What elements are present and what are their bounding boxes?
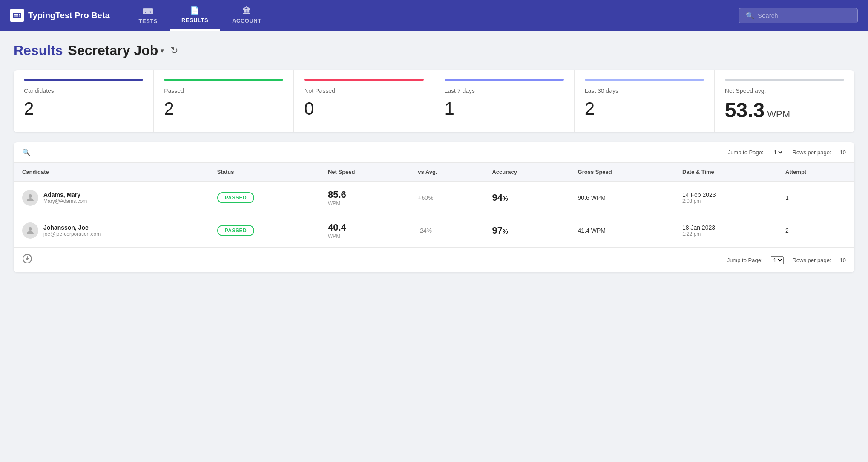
- vs-avg-cell-1: +60%: [409, 182, 483, 214]
- table-search-box: 🔍: [22, 148, 721, 156]
- search-input[interactable]: [758, 12, 851, 19]
- svg-rect-1: [14, 14, 15, 15]
- page-title-results: Results: [14, 43, 63, 58]
- stats-container: Candidates 2 Passed 2 Not Passed 0 Last …: [14, 70, 854, 132]
- stat-bar-not-passed: [304, 79, 423, 81]
- col-attempt: Attempt: [777, 163, 854, 182]
- candidate-cell-2: Johansson, Joe joe@joe-corporation.com: [14, 214, 209, 247]
- gross-speed-cell-1: 90.6 WPM: [569, 182, 674, 214]
- stat-bar-candidates: [24, 79, 143, 81]
- attempt-cell-2: 2: [777, 214, 854, 247]
- table-footer: Jump to Page: 1 Rows per page: 10: [14, 247, 854, 272]
- chevron-down-icon[interactable]: ▾: [161, 47, 164, 54]
- nav-item-account[interactable]: 🏛 ACCOUNT: [220, 0, 273, 31]
- nav-item-results[interactable]: 📄 RESULTS: [170, 0, 220, 31]
- candidate-cell-1: Adams, Mary Mary@Adams.com: [14, 182, 209, 214]
- stat-card-not-passed: Not Passed 0: [294, 70, 434, 132]
- col-vs-avg: vs Avg.: [409, 163, 483, 182]
- brand-logo: [10, 9, 24, 22]
- download-button[interactable]: [22, 254, 32, 266]
- stat-card-last30: Last 30 days 2: [575, 70, 715, 132]
- gross-speed-cell-2: 41.4 WPM: [569, 214, 674, 247]
- status-cell-2: PASSED: [209, 214, 319, 247]
- page-select-bottom[interactable]: 1: [771, 256, 784, 264]
- account-icon: 🏛: [243, 7, 251, 16]
- nav-items: ⌨ TESTS 📄 RESULTS 🏛 ACCOUNT: [127, 0, 739, 31]
- navbar: TypingTest Pro Beta ⌨ TESTS 📄 RESULTS 🏛 …: [0, 0, 868, 31]
- search-box[interactable]: 🔍: [739, 8, 858, 23]
- svg-point-8: [29, 194, 32, 198]
- net-speed-cell-1: 85.6 WPM: [319, 182, 409, 214]
- status-cell-1: PASSED: [209, 182, 319, 214]
- results-table: Candidate Status Net Speed vs Avg. Accur…: [14, 163, 854, 247]
- status-badge-1: PASSED: [217, 192, 254, 203]
- refresh-button[interactable]: ↻: [169, 43, 180, 58]
- accuracy-cell-1: 94%: [483, 182, 569, 214]
- stat-bar-last7: [445, 79, 564, 81]
- brand-text: TypingTest Pro Beta: [28, 11, 110, 20]
- page-title-job: Secretary Job ▾: [68, 43, 164, 58]
- page-content: Results Secretary Job ▾ ↻ Candidates 2 P…: [0, 31, 868, 284]
- jump-to-page-top[interactable]: 1: [772, 149, 784, 156]
- attempt-cell-1: 1: [777, 182, 854, 214]
- stat-card-last7: Last 7 days 1: [434, 70, 575, 132]
- col-net-speed: Net Speed: [319, 163, 409, 182]
- table-section: 🔍 Jump to Page: 1 Rows per page: 10 Cand…: [14, 142, 854, 272]
- table-search-input[interactable]: [34, 149, 109, 156]
- svg-rect-2: [15, 14, 17, 15]
- brand: TypingTest Pro Beta: [10, 9, 110, 22]
- keyboard-icon: ⌨: [142, 7, 154, 16]
- footer-pagination: Jump to Page: 1 Rows per page: 10: [727, 256, 846, 264]
- table-toolbar: 🔍 Jump to Page: 1 Rows per page: 10: [14, 142, 854, 163]
- col-accuracy: Accuracy: [483, 163, 569, 182]
- col-status: Status: [209, 163, 319, 182]
- search-icon: 🔍: [746, 12, 754, 20]
- table-row[interactable]: Johansson, Joe joe@joe-corporation.com P…: [14, 214, 854, 247]
- svg-rect-5: [14, 16, 15, 17]
- status-badge-2: PASSED: [217, 225, 254, 236]
- svg-point-9: [29, 227, 32, 231]
- avatar-1: [22, 190, 38, 206]
- col-gross-speed: Gross Speed: [569, 163, 674, 182]
- table-body: Adams, Mary Mary@Adams.com PASSED 85.6 W…: [14, 182, 854, 247]
- stat-card-net-speed: Net Speed avg. 53.3 WPM: [715, 70, 854, 132]
- table-row[interactable]: Adams, Mary Mary@Adams.com PASSED 85.6 W…: [14, 182, 854, 214]
- svg-rect-3: [17, 14, 18, 15]
- pagination-controls-top: Jump to Page: 1 Rows per page: 10: [728, 149, 846, 156]
- stat-card-candidates: Candidates 2: [14, 70, 154, 132]
- page-header: Results Secretary Job ▾ ↻: [14, 43, 854, 58]
- net-speed-cell-2: 40.4 WPM: [319, 214, 409, 247]
- svg-rect-7: [19, 16, 20, 17]
- svg-rect-6: [15, 16, 18, 17]
- accuracy-cell-2: 97%: [483, 214, 569, 247]
- stat-bar-last30: [585, 79, 704, 81]
- table-header: Candidate Status Net Speed vs Avg. Accur…: [14, 163, 854, 182]
- avatar-2: [22, 222, 38, 239]
- stat-card-passed: Passed 2: [154, 70, 294, 132]
- col-date-time: Date & Time: [674, 163, 777, 182]
- page-select-top[interactable]: 1: [772, 149, 784, 156]
- results-icon: 📄: [190, 6, 200, 15]
- stat-bar-passed: [164, 79, 283, 81]
- nav-item-tests[interactable]: ⌨ TESTS: [127, 0, 170, 31]
- date-cell-1: 14 Feb 2023 2:03 pm: [674, 182, 777, 214]
- stat-bar-net-speed: [725, 79, 844, 81]
- col-candidate: Candidate: [14, 163, 209, 182]
- vs-avg-cell-2: -24%: [409, 214, 483, 247]
- date-cell-2: 18 Jan 2023 1:22 pm: [674, 214, 777, 247]
- svg-rect-4: [19, 14, 20, 15]
- table-search-icon: 🔍: [22, 148, 31, 156]
